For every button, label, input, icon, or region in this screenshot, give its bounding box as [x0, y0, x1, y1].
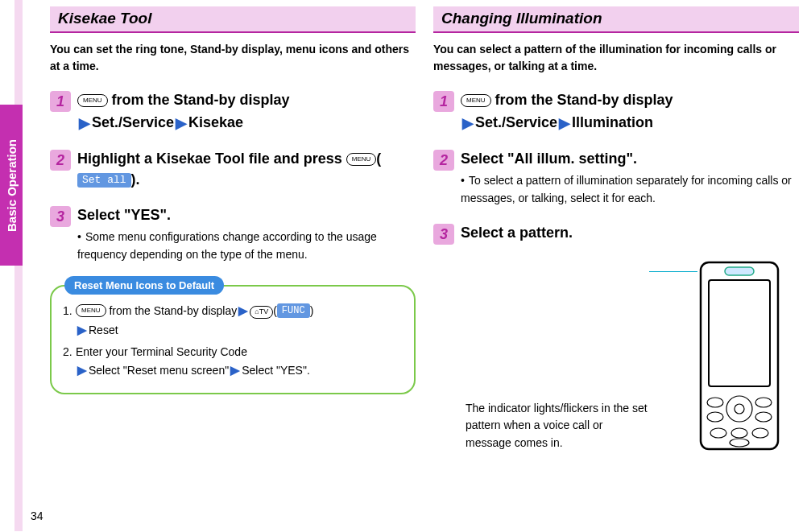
section-title-kisekae: Kisekae Tool: [50, 6, 416, 33]
step1r-path1: Set./Service: [475, 114, 557, 130]
bullet-icon: •: [461, 172, 469, 190]
page-number: 34: [31, 509, 43, 522]
step-number: 3: [50, 206, 71, 227]
svg-point-8: [735, 404, 744, 414]
step2r-title: Select "All illum. setting".: [461, 151, 637, 167]
svg-point-11: [752, 428, 768, 438]
section-title-illumination: Changing Illumination: [433, 6, 799, 33]
step-3-left: 3 Select "YES". •Some menu configuration…: [50, 204, 416, 263]
step-3-right: 3 Select a pattern.: [433, 222, 799, 243]
intro-right: You can select a pattern of the illumina…: [433, 41, 799, 75]
arrow-icon: ▶: [237, 303, 250, 317]
arrow-icon: ▶: [557, 115, 572, 131]
arrow-icon: ▶: [77, 115, 92, 131]
reset1b-text: Reset: [89, 324, 118, 336]
step1-path1: Set./Service: [92, 114, 174, 130]
menu-key-icon: MENU: [77, 94, 108, 107]
step-number: 3: [433, 224, 454, 245]
arrow-icon: ▶: [76, 323, 89, 336]
svg-point-12: [730, 439, 749, 447]
step2r-sub: To select a pattern of illumination sepa…: [461, 174, 792, 204]
svg-point-9: [710, 428, 726, 438]
side-decor-bottom: [14, 258, 23, 531]
reset-box: Reset Menu Icons to Default 1.MENU from …: [50, 285, 416, 394]
svg-point-10: [731, 428, 747, 438]
column-left: Kisekae Tool You can set the ring tone, …: [50, 6, 416, 468]
svg-point-3: [707, 398, 723, 407]
side-decor-top: [14, 0, 23, 113]
svg-rect-2: [709, 280, 770, 386]
arrow-icon: ▶: [76, 363, 89, 377]
step-number: 1: [433, 91, 454, 112]
phone-illustration-area: The indicator lights/flickers in the set…: [433, 259, 799, 468]
step1-path2: Kisekae: [188, 114, 243, 130]
phone-illustration: [686, 259, 791, 460]
reset2b: Select "Reset menu screen": [89, 364, 229, 377]
reset1-text: from the Stand-by display: [106, 304, 238, 317]
step2-close: ).: [131, 171, 140, 188]
step2-text: Highlight a Kisekae Tool file and press: [77, 151, 346, 167]
step-number: 1: [50, 91, 71, 112]
reset-item-1: 1.MENU from the Stand-by display▶⌂TV(FUN…: [63, 301, 403, 340]
step3r-title: Select a pattern.: [461, 225, 573, 241]
step3-title: Select "YES".: [77, 207, 171, 223]
step1r-path2: Illumination: [572, 114, 653, 130]
reset-item-2: 2.Enter your Terminal Security Code ▶Sel…: [63, 343, 403, 380]
bullet-icon: •: [77, 229, 85, 246]
step3-sub: Some menu configurations change accordin…: [77, 230, 377, 261]
arrow-icon: ▶: [229, 363, 242, 377]
step1r-text: from the Stand-by display: [491, 92, 673, 108]
svg-point-5: [707, 412, 723, 422]
menu-key-icon: MENU: [76, 304, 106, 317]
step-number: 2: [50, 150, 71, 171]
reset2c: Select "YES".: [242, 364, 310, 377]
step-2-left: 2 Highlight a Kisekae Tool file and pres…: [50, 148, 416, 190]
cam-key-icon: ⌂TV: [250, 306, 273, 319]
menu-key-icon: MENU: [461, 94, 491, 107]
paren-open: (: [376, 151, 381, 167]
column-right: Changing Illumination You can select a p…: [433, 6, 799, 468]
phone-note: The indicator lights/flickers in the set…: [466, 400, 651, 452]
chip-func: FUNC: [277, 303, 310, 318]
arrow-icon: ▶: [174, 115, 188, 131]
svg-rect-1: [725, 267, 754, 275]
reset-title: Reset Menu Icons to Default: [64, 276, 224, 295]
callout-line: [649, 271, 697, 272]
arrow-icon: ▶: [461, 115, 475, 131]
step-1-right: 1 MENU from the Stand-by display ▶Set./S…: [433, 89, 799, 134]
menu-key-icon: MENU: [346, 153, 377, 166]
intro-left: You can set the ring tone, Stand-by disp…: [50, 41, 416, 75]
svg-point-4: [755, 398, 772, 407]
step1-text: from the Stand-by display: [108, 92, 290, 108]
side-tab: Basic Operation: [0, 105, 23, 266]
reset2a: Enter your Terminal Security Code: [76, 345, 247, 358]
chip-set-all: Set all: [77, 173, 131, 188]
step-1-left: 1 MENU from the Stand-by display ▶Set./S…: [50, 89, 416, 134]
step-2-right: 2 Select "All illum. setting". •To selec…: [433, 148, 799, 207]
svg-point-6: [755, 412, 772, 422]
step-number: 2: [433, 150, 454, 171]
